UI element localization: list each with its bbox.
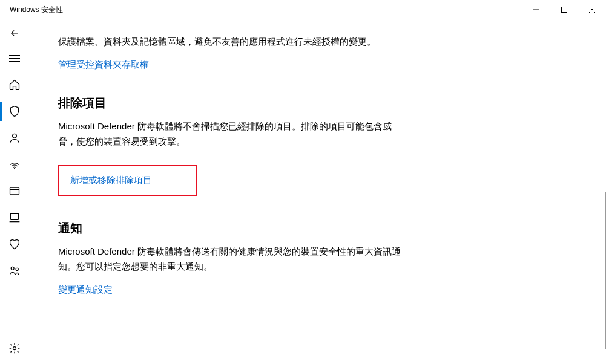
svg-point-4 [13, 134, 17, 138]
controlled-folder-desc: 保護檔案、資料夾及記憶體區域，避免不友善的應用程式進行未經授權的變更。 [58, 34, 409, 50]
hamburger-icon [9, 55, 20, 62]
titlebar: Windows 安全性 [0, 0, 606, 19]
menu-button[interactable] [0, 45, 29, 71]
gear-icon [8, 342, 21, 354]
svg-point-12 [13, 347, 16, 350]
window-controls [522, 0, 606, 19]
nav-virus-protection[interactable] [0, 98, 29, 125]
window-title: Windows 安全性 [10, 5, 63, 15]
minimize-button[interactable] [522, 0, 550, 19]
svg-rect-8 [10, 213, 18, 219]
maximize-button[interactable] [550, 0, 578, 19]
nav-account-protection[interactable] [0, 125, 29, 151]
svg-point-10 [11, 267, 14, 270]
change-notification-settings-link[interactable]: 變更通知設定 [58, 284, 113, 296]
nav-firewall[interactable] [0, 151, 29, 178]
manage-controlled-folder-link[interactable]: 管理受控資料夾存取權 [58, 59, 149, 71]
controlled-folder-section: 保護檔案、資料夾及記憶體區域，避免不友善的應用程式進行未經授權的變更。 管理受控… [58, 34, 409, 71]
home-icon [8, 79, 21, 91]
person-icon [8, 132, 21, 144]
exclusions-desc: Microsoft Defender 防毒軟體將不會掃描您已經排除的項目。排除的… [58, 119, 409, 149]
wifi-icon [8, 158, 21, 171]
device-icon [8, 212, 21, 224]
nav-device-health[interactable] [0, 231, 29, 258]
sidebar [0, 19, 29, 364]
nav-device-security[interactable] [0, 204, 29, 231]
back-button[interactable] [0, 22, 29, 45]
svg-point-5 [15, 168, 15, 169]
notifications-desc: Microsoft Defender 防毒軟體將會傳送有關的健康情況與您的裝置安… [58, 244, 409, 275]
exclusions-section: 排除項目 Microsoft Defender 防毒軟體將不會掃描您已經排除的項… [58, 95, 409, 196]
nav-home[interactable] [0, 71, 29, 98]
notifications-heading: 通知 [58, 220, 409, 236]
nav-family-options[interactable] [0, 258, 29, 284]
content-area: 保護檔案、資料夾及記憶體區域，避免不友善的應用程式進行未經授權的變更。 管理受控… [29, 19, 606, 364]
add-remove-exclusions-link[interactable]: 新增或移除排除項目 [70, 175, 152, 186]
nav-settings[interactable] [0, 335, 29, 362]
family-icon [8, 265, 21, 277]
svg-point-11 [16, 268, 18, 270]
notifications-section: 通知 Microsoft Defender 防毒軟體將會傳送有關的健康情況與您的… [58, 220, 409, 296]
exclusions-heading: 排除項目 [58, 95, 409, 111]
svg-rect-6 [10, 187, 19, 195]
close-button[interactable] [578, 0, 606, 19]
app-icon [8, 185, 21, 197]
nav-app-browser[interactable] [0, 178, 29, 204]
heart-icon [8, 238, 21, 250]
svg-rect-1 [562, 7, 567, 13]
shield-icon [8, 105, 21, 117]
exclusions-highlight: 新增或移除排除項目 [58, 165, 197, 196]
